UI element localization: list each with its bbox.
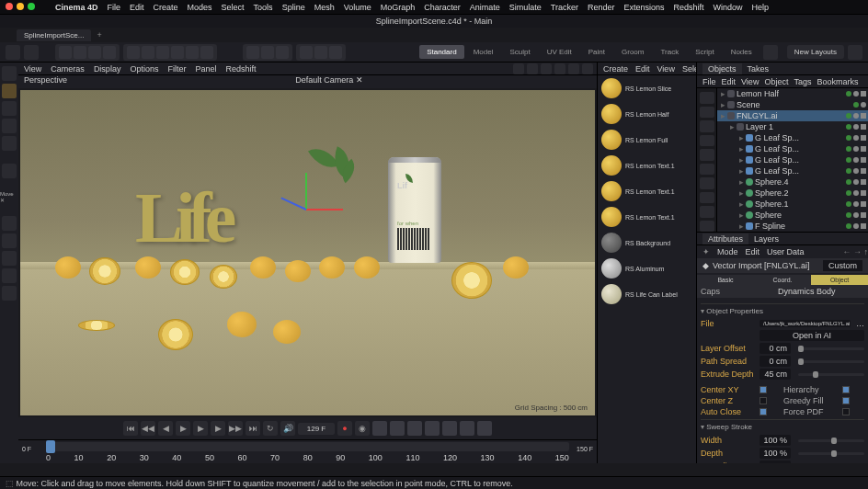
render-icon[interactable] [300, 46, 313, 59]
move-icon[interactable] [2, 84, 17, 98]
autokey-icon[interactable]: ◉ [355, 421, 370, 436]
file-path-field[interactable]: /Users/jk_work/Desktop/FNLGYL.ai [760, 320, 851, 327]
menu-create[interactable]: Create [154, 3, 178, 12]
current-frame-field[interactable]: 129 F [298, 423, 335, 435]
tree-row[interactable]: ▸Sphere.2 [717, 188, 868, 199]
modetab-groom[interactable]: Groom [614, 45, 651, 59]
tree-row[interactable]: ▸G Leaf Sp... [717, 132, 868, 143]
modetab-uvedit[interactable]: UV Edit [540, 45, 579, 59]
material-row[interactable]: RS Life Can Label [598, 281, 696, 307]
center-xy-checkbox[interactable] [760, 386, 767, 393]
modetab-nodes[interactable]: Nodes [724, 45, 760, 59]
visibility-dot[interactable] [846, 190, 851, 196]
visibility-dot[interactable] [846, 113, 851, 119]
auto-close-checkbox[interactable] [760, 408, 767, 415]
tree-row[interactable]: ▸Sphere.1 [717, 199, 868, 210]
sound-icon[interactable]: 🔊 [280, 421, 295, 436]
attr-tab-object[interactable]: Object [811, 275, 868, 285]
open-in-ai-button[interactable]: Open in AI [760, 330, 864, 341]
key-rot-icon[interactable] [390, 421, 405, 436]
tree-row[interactable]: ▸G Leaf Sp... [717, 154, 868, 165]
view-menu-cameras[interactable]: Cameras [51, 64, 85, 74]
attr-preset-dropdown[interactable]: Custom [823, 260, 862, 271]
timeline-start[interactable]: 0 F [22, 446, 31, 452]
material-row[interactable]: RS Background [598, 230, 696, 256]
view-menu-filter[interactable]: Filter [167, 64, 186, 74]
undo-icon[interactable] [6, 45, 20, 60]
menu-spline[interactable]: Spline [282, 3, 305, 12]
object-tree[interactable]: ▸Lemon Half▸Scene▸FNLGYL.ai▸Layer 1▸G Le… [717, 88, 868, 232]
menu-character[interactable]: Character [424, 3, 461, 12]
menu-edit[interactable]: Edit [130, 3, 144, 12]
material-row[interactable]: RS Lemon Half [598, 101, 696, 127]
new-layouts-button[interactable]: New Layouts [787, 45, 844, 59]
menu-animate[interactable]: Animate [470, 3, 500, 12]
visibility-dot[interactable] [846, 124, 851, 130]
tree-row[interactable]: ▸G Leaf Sp... [717, 143, 868, 154]
mat-menu-view[interactable]: View [657, 64, 675, 74]
timeline[interactable]: 0 F 010203040506070809010011012013014015… [18, 439, 597, 463]
key-param-icon[interactable] [425, 421, 440, 436]
record-icon[interactable]: ● [337, 421, 352, 436]
viewport-camera-label[interactable]: Default Camera ✕ [295, 75, 363, 88]
hierarchy-checkbox[interactable] [842, 386, 850, 393]
loop-icon[interactable]: ↻ [263, 421, 278, 436]
scale-icon[interactable] [2, 119, 17, 133]
timeline-end[interactable]: 150 F [577, 446, 593, 452]
environment-icon[interactable] [700, 206, 714, 218]
cursor-icon[interactable] [2, 66, 17, 81]
attr-tab-basic[interactable]: Basic [697, 275, 754, 285]
force-pdf-checkbox[interactable] [842, 408, 850, 415]
spline-pen-icon[interactable] [700, 107, 714, 119]
menu-select[interactable]: Select [222, 3, 245, 12]
live-select-icon[interactable] [59, 46, 72, 59]
playhead[interactable] [46, 440, 55, 453]
poly-icon[interactable] [2, 251, 17, 266]
menu-window[interactable]: Window [714, 3, 743, 12]
rotate-icon[interactable] [2, 101, 17, 116]
attr-tab-coord[interactable]: Coord. [754, 275, 811, 285]
visibility-dot[interactable] [846, 146, 851, 152]
tab-objects[interactable]: Objects [702, 63, 742, 74]
section-object-props[interactable]: Object Properties [701, 303, 864, 318]
menu-file[interactable]: File [108, 3, 121, 12]
field-icon[interactable] [700, 149, 714, 161]
modetab-track[interactable]: Track [653, 45, 686, 59]
menu-volume[interactable]: Volume [344, 3, 371, 12]
goto-start-icon[interactable]: ⏮ [123, 421, 138, 436]
center-z-checkbox[interactable] [760, 397, 767, 404]
modetab-paint[interactable]: Paint [581, 45, 612, 59]
tree-row[interactable]: ▸FNLGYL.ai [717, 110, 868, 121]
view-nav-icon[interactable] [513, 63, 524, 74]
goto-end-icon[interactable]: ⏭ [246, 421, 260, 436]
text-icon[interactable] [700, 120, 714, 132]
menu-extensions[interactable]: Extensions [624, 3, 665, 12]
menu-simulate[interactable]: Simulate [509, 3, 542, 12]
maximize-icon[interactable] [848, 45, 862, 60]
modetab-script[interactable]: Script [688, 45, 721, 59]
modetab-standard[interactable]: Standard [419, 45, 463, 59]
menu-tracker[interactable]: Tracker [551, 3, 578, 12]
material-row[interactable]: RS Lemon Text.1 [598, 204, 696, 230]
attr-menu-userdata[interactable]: User Data [767, 247, 805, 256]
bevel-icon[interactable] [2, 286, 17, 301]
depth-field[interactable]: 100 % [760, 448, 791, 459]
view-menu-redshift[interactable]: Redshift [225, 64, 256, 74]
view-menu-panel[interactable]: Panel [195, 64, 216, 74]
redo-icon[interactable] [24, 45, 39, 60]
menubar[interactable]: Cinema 4D File Edit Create Modes Select … [0, 0, 868, 15]
path-spread-field[interactable]: 0 cm [760, 356, 791, 367]
layer-offset-field[interactable]: 0 cm [760, 343, 791, 354]
new-tab-icon[interactable]: + [97, 30, 101, 40]
mat-menu-edit[interactable]: Edit [635, 64, 650, 74]
attr-menu-edit[interactable]: Edit [746, 247, 760, 256]
coord-icon[interactable] [2, 164, 17, 178]
tree-row[interactable]: ▸Sphere.4 [717, 176, 868, 188]
visibility-dot[interactable] [853, 102, 859, 108]
mat-menu-create[interactable]: Create [603, 64, 628, 74]
play-icon[interactable]: ▶ [193, 421, 208, 436]
tree-row[interactable]: ▸Layer 1 [717, 121, 868, 132]
view-menu-view[interactable]: View [24, 64, 41, 74]
menu-mesh[interactable]: Mesh [314, 3, 335, 12]
knife-icon[interactable] [2, 233, 17, 248]
